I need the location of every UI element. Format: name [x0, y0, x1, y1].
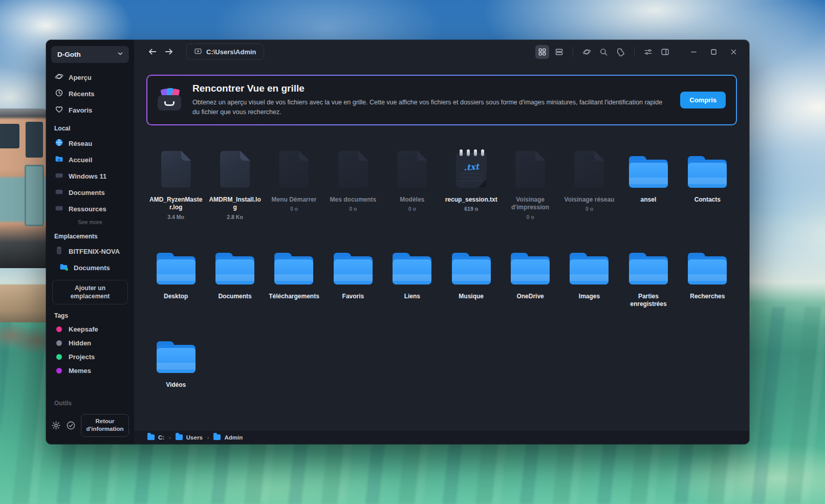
- folder-name: Parties enregistrées: [621, 293, 676, 309]
- home-folder-icon: [55, 155, 63, 165]
- settings-gear-icon[interactable]: [51, 421, 61, 430]
- folder-item[interactable]: Téléchargements: [265, 240, 323, 309]
- sidebar-item-accueil[interactable]: Accueil: [51, 151, 129, 168]
- sidebar-item-recents[interactable]: Récents: [51, 85, 129, 102]
- file-item[interactable]: AMD_RyzenMaster.log 3.4 Mo: [146, 144, 205, 220]
- file-item-hidden[interactable]: Menu Démarrer 0 o: [265, 144, 323, 220]
- sidebar-item-ressources[interactable]: Ressources: [51, 201, 129, 217]
- tag-label: Hidden: [69, 339, 91, 347]
- see-more-link[interactable]: See more: [51, 219, 129, 225]
- minimize-button[interactable]: [685, 45, 702, 59]
- filter-sliders-button[interactable]: [641, 45, 655, 59]
- file-size: 3.4 Mo: [167, 214, 184, 220]
- back-button[interactable]: [145, 45, 160, 59]
- folder-item[interactable]: Musique: [442, 240, 501, 309]
- address-bar[interactable]: C:\Users\Admin: [186, 43, 264, 60]
- file-name: Mes documents: [330, 196, 377, 204]
- log-file-icon: [220, 151, 250, 188]
- file-icon: [338, 151, 368, 188]
- tag-label: Projects: [69, 353, 95, 361]
- sidebar-item-label: BITFENIX-NOVA: [69, 248, 120, 255]
- profile-dropdown[interactable]: D-Goth: [51, 46, 129, 63]
- log-file-icon: [161, 151, 191, 188]
- file-item-hidden[interactable]: Modèles 0 o: [383, 144, 442, 220]
- file-icon: [279, 151, 309, 188]
- folder-item[interactable]: Favoris: [323, 240, 382, 309]
- folder-tag-icon: [59, 262, 69, 273]
- folder-item[interactable]: Vidéos: [146, 329, 205, 389]
- tag-label: Keepsafe: [69, 325, 98, 333]
- heart-icon: [55, 105, 63, 115]
- breadcrumb-drive[interactable]: C:: [147, 434, 164, 441]
- folder-icon: [147, 434, 155, 440]
- list-view-button[interactable]: [552, 45, 566, 59]
- grid-view-banner: Rencontrer Vue en grille Obtenez un aper…: [146, 75, 737, 125]
- close-button[interactable]: [725, 45, 742, 59]
- sidebar-item-windows11[interactable]: Windows 11: [51, 168, 129, 184]
- folder-item[interactable]: Desktop: [146, 240, 205, 309]
- forward-button[interactable]: [162, 45, 176, 59]
- file-size: 619 o: [464, 206, 478, 212]
- folder-item[interactable]: Documents: [205, 240, 264, 309]
- wallpaper-train: [0, 108, 48, 268]
- breadcrumb-label: Users: [186, 434, 203, 441]
- banner-dismiss-button[interactable]: Compris: [680, 92, 726, 108]
- file-icon: [515, 151, 545, 188]
- planet-icon: [55, 72, 63, 82]
- file-item-hidden[interactable]: Voisinage d'impression 0 o: [501, 144, 559, 220]
- sidebar-item-label: Réseau: [69, 140, 92, 147]
- folder-item[interactable]: ansel: [619, 144, 678, 220]
- folder-icon: [334, 253, 373, 284]
- breadcrumb-users[interactable]: Users: [176, 434, 203, 441]
- file-manager-window: D-Goth Aperçu Récents Favoris Local Rése…: [46, 40, 749, 444]
- side-panel-toggle-button[interactable]: [658, 45, 672, 59]
- sidebar-tag-hidden[interactable]: Hidden: [51, 336, 129, 350]
- folder-item[interactable]: Images: [560, 240, 619, 309]
- sidebar-tag-memes[interactable]: Memes: [51, 364, 129, 378]
- file-name: AMDRM_Install.log: [208, 196, 262, 212]
- sidebar-tag-projects[interactable]: Projects: [51, 350, 129, 364]
- sidebar-item-favoris[interactable]: Favoris: [51, 102, 129, 118]
- sidebar-item-reseau[interactable]: Réseau: [51, 135, 129, 151]
- toolbar: C:\Users\Admin: [134, 40, 749, 63]
- folder-icon: [688, 156, 727, 188]
- file-size: 0 o: [349, 206, 357, 212]
- file-item[interactable]: AMDRM_Install.log 2.8 Ko: [205, 144, 264, 220]
- tag-button[interactable]: [614, 45, 627, 59]
- chevron-down-icon: [117, 50, 124, 59]
- feedback-button[interactable]: Retour d'information: [81, 414, 129, 437]
- tag-dot-gray: [56, 340, 62, 346]
- preview-planet-button[interactable]: [580, 45, 594, 59]
- folder-item[interactable]: Recherches: [678, 240, 737, 309]
- folder-item[interactable]: OneDrive: [501, 240, 559, 309]
- file-item[interactable]: .txt recup_session.txt 619 o: [442, 144, 501, 220]
- file-name: Voisinage réseau: [565, 196, 615, 204]
- sidebar-item-label: Documents: [74, 264, 110, 272]
- maximize-button[interactable]: [705, 45, 722, 59]
- file-item-hidden[interactable]: Voisinage réseau 0 o: [560, 144, 619, 220]
- wallpaper-rocks: [0, 320, 50, 354]
- sidebar-item-apercu[interactable]: Aperçu: [51, 69, 129, 85]
- check-circle-icon[interactable]: [66, 421, 76, 430]
- folder-item[interactable]: Liens: [383, 240, 442, 309]
- folder-item[interactable]: Parties enregistrées: [619, 240, 678, 309]
- sidebar-item-documents-local[interactable]: Documents: [51, 184, 129, 201]
- search-button[interactable]: [597, 45, 611, 59]
- sidebar-item-label: Accueil: [69, 156, 92, 164]
- sidebar-item-label: Ressources: [69, 205, 106, 213]
- tag-dot-pink: [56, 326, 62, 332]
- sidebar-item-documents-place[interactable]: Documents: [51, 259, 129, 276]
- folder-icon: [393, 253, 431, 284]
- grid-view-button[interactable]: [535, 45, 549, 59]
- grid-view-banner-icon: [158, 89, 181, 111]
- folder-item[interactable]: Contacts: [678, 144, 737, 220]
- breadcrumb-admin[interactable]: Admin: [213, 434, 243, 441]
- folder-icon: [157, 253, 196, 284]
- sidebar-item-bitfenix-nova[interactable]: BITFENIX-NOVA: [51, 243, 129, 259]
- section-title-local: Local: [54, 125, 126, 132]
- file-item-hidden[interactable]: Mes documents 0 o: [323, 144, 382, 220]
- folder-name: ansel: [641, 196, 657, 204]
- sidebar-tag-keepsafe[interactable]: Keepsafe: [51, 322, 129, 336]
- file-size: 0 o: [290, 206, 298, 212]
- add-location-button[interactable]: Ajouter un emplacement: [52, 280, 128, 304]
